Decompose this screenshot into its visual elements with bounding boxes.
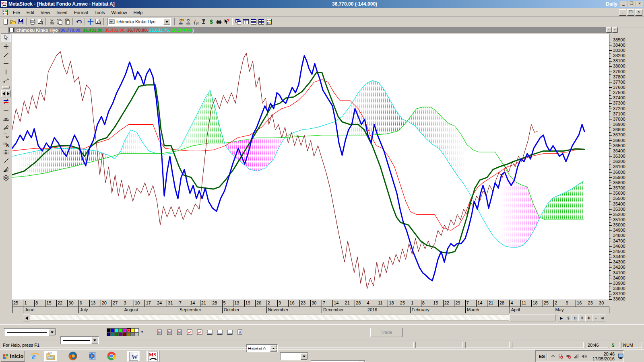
- palette-color-4[interactable]: [123, 328, 127, 332]
- nav-button-0[interactable]: ▶: [558, 315, 565, 321]
- date-axis-months[interactable]: JuneJulyAugustSeptemberOctoberNovemberDe…: [12, 306, 609, 313]
- palette-color-15[interactable]: [135, 332, 139, 336]
- scroll-left-arrow-icon[interactable]: [23, 315, 30, 321]
- signal-bars-icon[interactable]: [573, 353, 580, 360]
- chevron-down-icon[interactable]: [163, 19, 170, 25]
- open-folder-button[interactable]: [9, 17, 17, 26]
- chart-header-box[interactable]: [9, 28, 14, 32]
- cut-button[interactable]: [48, 17, 56, 26]
- chart-close-icon[interactable]: ×: [612, 27, 617, 33]
- minimize-button[interactable]: _: [620, 1, 627, 7]
- nav-button-2[interactable]: D: [572, 315, 579, 321]
- palette-color-12[interactable]: [123, 332, 127, 336]
- nav-button-4[interactable]: ✚: [585, 315, 592, 321]
- menu-format[interactable]: Format: [71, 9, 91, 16]
- menu-edit[interactable]: Edit: [23, 9, 37, 16]
- dollar-button[interactable]: $: [207, 17, 215, 26]
- palette-color-9[interactable]: [111, 332, 115, 336]
- child-close-button[interactable]: ×: [635, 9, 642, 16]
- zoom-page-button[interactable]: [94, 17, 102, 26]
- chrome-icon[interactable]: [105, 351, 118, 361]
- paste-button[interactable]: [63, 17, 71, 26]
- media-player-icon[interactable]: [86, 351, 98, 361]
- regression-tool-button[interactable]: R: [1, 140, 10, 148]
- palette-color-8[interactable]: [107, 332, 111, 336]
- scrollbar-track[interactable]: [30, 315, 555, 321]
- print-preview-button[interactable]: [36, 17, 44, 26]
- tray-clock[interactable]: 20:4617/05/2016: [590, 352, 615, 361]
- tile-grid-button[interactable]: [257, 17, 265, 26]
- scroll-left-button[interactable]: [1, 90, 6, 97]
- binoculars-button[interactable]: [215, 17, 223, 26]
- bottom-mini-doc-button-1[interactable]: [165, 328, 174, 337]
- palette-color-7[interactable]: [135, 328, 139, 332]
- palette-color-5[interactable]: [127, 328, 131, 332]
- restore-button[interactable]: ❐: [628, 1, 635, 7]
- tile-horizontal-button[interactable]: [250, 17, 257, 26]
- menu-file[interactable]: File: [10, 9, 23, 16]
- palette-color-0[interactable]: [107, 328, 111, 332]
- show-desktop-icon[interactable]: [618, 353, 623, 360]
- line-style-combo[interactable]: [4, 328, 56, 336]
- plug-error-icon[interactable]: [566, 353, 572, 360]
- crosshair-tool-button[interactable]: [1, 43, 10, 51]
- speed-line-tool-button[interactable]: [1, 157, 10, 165]
- bottom-chart-up-button-3[interactable]: [185, 328, 194, 337]
- gann-grid-tool-button[interactable]: [1, 174, 10, 182]
- chevron-up-icon[interactable]: [550, 353, 557, 360]
- function-fx-button[interactable]: ƒ(x): [192, 17, 200, 26]
- horizontal-line-tool-button[interactable]: [1, 60, 10, 68]
- fibonacci-arcs-tool-button[interactable]: [1, 115, 10, 123]
- explorer-button[interactable]: [200, 17, 207, 26]
- bottom-layout-b-button-5[interactable]: [205, 328, 214, 337]
- volume-icon[interactable]: [581, 353, 587, 360]
- expert-advisor-button[interactable]: [184, 17, 192, 26]
- save-button[interactable]: [17, 17, 25, 26]
- palette-color-14[interactable]: [131, 332, 135, 336]
- palette-color-13[interactable]: [127, 332, 131, 336]
- security-person-button[interactable]: [177, 17, 184, 26]
- gann-fan-tool-button[interactable]: [1, 123, 10, 131]
- nav-button-3[interactable]: ⇕: [578, 315, 586, 321]
- date-axis-days[interactable]: 2518152230613202731017243171421285131926…: [12, 300, 609, 307]
- new-doc-button[interactable]: [2, 17, 9, 26]
- sl-trendline-tool-button[interactable]: SL: [1, 76, 10, 84]
- flag-error-icon[interactable]: [558, 353, 564, 360]
- help-arrow-button[interactable]: ?: [223, 17, 230, 26]
- chart-restore-icon[interactable]: ▫: [606, 27, 611, 33]
- menu-window[interactable]: Window: [108, 9, 130, 16]
- move-crosshair-button[interactable]: [87, 17, 94, 26]
- menu-tools[interactable]: Tools: [91, 9, 108, 16]
- cascade-windows-button[interactable]: [234, 17, 242, 26]
- menu-help[interactable]: Help: [130, 9, 146, 16]
- indicator-combo[interactable]: fffIchimoku Kinko Hyo: [107, 18, 171, 26]
- trend-line-tool-button[interactable]: [1, 51, 10, 59]
- plot-area[interactable]: [12, 34, 609, 300]
- bottom-mini-doc-button-2[interactable]: [175, 328, 184, 337]
- price-axis[interactable]: 3850038400383003820038100380003790037800…: [609, 34, 644, 300]
- menu-view[interactable]: View: [37, 9, 54, 16]
- scrollbar-thumb[interactable]: [509, 315, 555, 321]
- close-button[interactable]: ×: [636, 1, 643, 7]
- word-icon[interactable]: W: [127, 351, 140, 362]
- pointer-tool-button[interactable]: [1, 33, 11, 42]
- nav-button-6[interactable]: ⊕: [599, 315, 606, 321]
- pitchfork-tool-button[interactable]: P: [1, 132, 10, 140]
- bottom-mini-doc-button-0[interactable]: [155, 328, 164, 337]
- internet-explorer-icon[interactable]: e: [29, 351, 41, 361]
- nav-button-1[interactable]: $: [565, 315, 572, 321]
- firefox-icon[interactable]: [67, 351, 79, 361]
- palette-color-2[interactable]: [115, 328, 119, 332]
- palette-more-button[interactable]: ▼: [140, 330, 144, 335]
- bottom-chart-up-button-4[interactable]: [195, 328, 204, 337]
- palette-color-6[interactable]: [131, 328, 135, 332]
- vertical-line-tool-button[interactable]: [1, 68, 10, 76]
- print-button[interactable]: [29, 17, 36, 26]
- palette-color-11[interactable]: [119, 332, 123, 336]
- language-indicator[interactable]: ES: [539, 354, 545, 359]
- file-explorer-icon[interactable]: [44, 351, 57, 362]
- nav-button-5[interactable]: −: [592, 315, 599, 321]
- start-button[interactable]: Inicio: [1, 351, 25, 362]
- line-tool-tool-button[interactable]: [1, 106, 10, 114]
- copy-button[interactable]: [56, 17, 63, 26]
